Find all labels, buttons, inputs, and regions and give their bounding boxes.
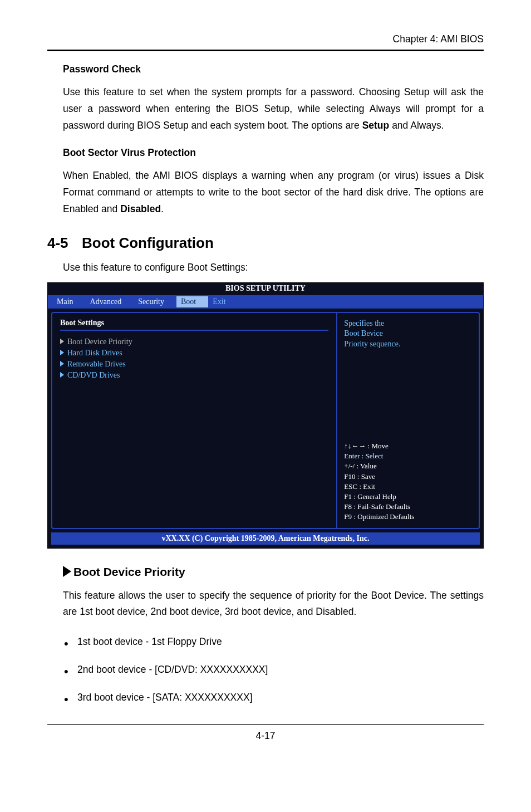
hint-move: ↑↓←→ : Move [344, 441, 472, 451]
tab-security[interactable]: Security [134, 296, 176, 307]
item-label: Hard Disk Drives [67, 349, 122, 357]
triangle-icon [63, 566, 71, 577]
boot-sector-heading: Boot Sector Virus Protection [63, 147, 484, 159]
password-check-heading: Password Check [63, 63, 484, 75]
page-header: Chapter 4: AMI BIOS [47, 33, 484, 50]
list-item: 1st boot device - 1st Floppy Drive [63, 634, 484, 649]
hint-f1: F1 : General Help [344, 492, 472, 502]
bios-right-panel: Specifies the Boot Bevice Priority seque… [336, 312, 480, 529]
bios-help-text: Specifies the Boot Bevice Priority seque… [344, 319, 472, 350]
hint-value: +/-/ : Value [344, 461, 472, 471]
help-line: Priority sequence. [344, 339, 472, 350]
triangle-icon [60, 339, 64, 344]
boot-device-priority-heading: Boot Device Priority [63, 565, 484, 579]
footer-rule [47, 724, 484, 725]
bios-window-title: BIOS SETUP UTILITY [48, 283, 483, 295]
section-number: 4-5 [47, 234, 82, 252]
tab-exit[interactable]: Exit [208, 296, 238, 307]
boot-device-list: 1st boot device - 1st Floppy Drive 2nd b… [63, 634, 484, 705]
hint-esc: ESC : Exit [344, 482, 472, 492]
item-label: Boot Device Priority [67, 337, 132, 346]
triangle-icon [60, 372, 64, 378]
boot-device-priority-paragraph: This feature allows the user to specify … [63, 588, 484, 621]
triangle-icon [60, 350, 64, 355]
bios-menubar: Main Advanced Security Boot Exit [48, 295, 483, 309]
text-bold: Disabled [120, 203, 161, 214]
chapter-label: Chapter 4: AMI BIOS [393, 33, 484, 45]
subheading-text: Boot Device Priority [73, 565, 185, 578]
page-number: 4-17 [47, 730, 484, 742]
help-line: Boot Bevice [344, 329, 472, 339]
boot-settings-title: Boot Settings [60, 319, 328, 327]
section-intro: Use this feature to configure Boot Setti… [63, 262, 484, 273]
boot-sector-paragraph: When Enabled, the AMI BIOS displays a wa… [63, 168, 484, 217]
list-item: 2nd boot device - [CD/DVD: XXXXXXXXXX] [63, 662, 484, 677]
menu-cd-dvd-drives[interactable]: CD/DVD Drives [60, 370, 328, 381]
item-label: CD/DVD Drives [67, 371, 120, 379]
tab-main[interactable]: Main [52, 296, 86, 307]
bios-body: Boot Settings Boot Device Priority Hard … [51, 312, 480, 529]
hint-f8: F8 : Fail-Safe Defaults [344, 502, 472, 512]
password-check-paragraph: Use this feature to set when the system … [63, 84, 484, 134]
menu-removable-drives[interactable]: Removable Drives [60, 359, 328, 370]
bios-copyright-bar: vXX.XX (C) Copyright 1985-2009, American… [51, 532, 480, 545]
bios-divider [60, 330, 328, 331]
tab-boot[interactable]: Boot [176, 296, 208, 307]
section-4-5-heading: 4-5 Boot Configuration [47, 234, 484, 252]
text: . [161, 203, 164, 214]
triangle-icon [60, 361, 64, 366]
menu-hard-disk-drives[interactable]: Hard Disk Drives [60, 348, 328, 359]
bios-key-hints: ↑↓←→ : Move Enter : Select +/-/ : Value … [344, 441, 472, 522]
item-label: Removable Drives [67, 360, 126, 368]
hint-enter: Enter : Select [344, 451, 472, 461]
bios-left-panel: Boot Settings Boot Device Priority Hard … [51, 312, 336, 529]
section-title: Boot Configuration [82, 234, 214, 252]
tab-advanced[interactable]: Advanced [86, 296, 134, 307]
header-rule [47, 50, 484, 51]
bios-setup-utility: BIOS SETUP UTILITY Main Advanced Securit… [47, 282, 484, 549]
help-line: Specifies the [344, 319, 472, 329]
list-item: 3rd boot device - [SATA: XXXXXXXXXX] [63, 689, 484, 705]
hint-save: F10 : Save [344, 472, 472, 482]
text-bold: Setup [362, 120, 390, 131]
hint-f9: F9 : Optimized Defaults [344, 512, 472, 522]
menu-boot-device-priority[interactable]: Boot Device Priority [60, 336, 328, 348]
text: and Always. [389, 120, 444, 131]
